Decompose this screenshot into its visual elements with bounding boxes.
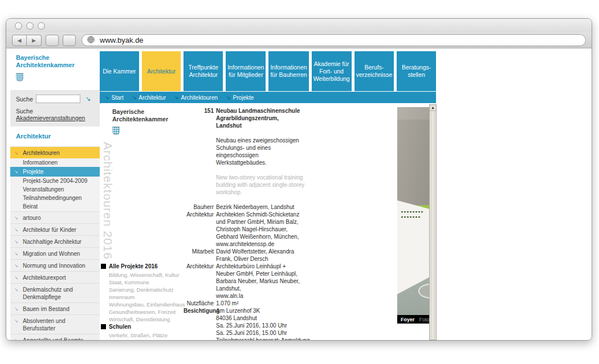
breadcrumb-label: Projekte <box>233 95 254 101</box>
window-minimize-icon[interactable] <box>26 22 34 30</box>
sidebar-item-angestellte[interactable]: ↘Angestellte und Beamte <box>10 334 101 340</box>
detail-label: Architektur <box>184 263 216 300</box>
project-details: 151 Neubau Landmaschinenschule Agrarbild… <box>184 107 305 340</box>
tab-informationen-bauherren[interactable]: Informationen für Bauherren <box>268 51 308 91</box>
sidebar-item-projekt-suche[interactable]: Projekt-Suche 2004-2009 <box>10 177 101 185</box>
search-input[interactable] <box>36 95 80 103</box>
detail-label: Architektur <box>184 211 216 248</box>
filter-wirtschaft[interactable]: Wirtschaft, Dienstleistung <box>101 316 186 323</box>
filter-label: Wohnungsbau, Einfamilienhaus <box>109 301 185 308</box>
project-photo <box>397 107 429 315</box>
sidebar-item-bauen-im-bestand[interactable]: ↘Bauen im Bestand <box>10 303 101 315</box>
filter-label: Verkehr, Straßen, Plätze <box>109 332 168 338</box>
arrow-icon: ↘ <box>14 274 18 281</box>
logo-line1: Bayerische <box>16 54 101 62</box>
sidebar-item-label: Teilnahmebedingungen <box>23 195 82 201</box>
tab-treffpunkte-architektur[interactable]: Treffpunkte Architektur <box>184 51 223 91</box>
tab-die-kammer[interactable]: Die Kammer <box>100 51 139 91</box>
arrow-icon: ↘ <box>14 337 18 340</box>
filter-wohnungsbau[interactable]: Wohnungsbau, Einfamilienhaus <box>101 301 186 308</box>
forward-button[interactable]: ▶ <box>27 35 42 46</box>
sidebar-item-teilnahmebedingungen[interactable]: Teilnahmebedingungen <box>10 194 101 202</box>
search-label: Suche <box>16 96 33 103</box>
filter-gesundheitswesen[interactable]: Gesundheitswesen, Freizeit <box>101 308 186 316</box>
search-panel: Suche ↘ Suche Akademieveranstaltungen <box>10 90 101 126</box>
tab-berufsverzeichnisse[interactable]: Berufs-verzeichnisse <box>354 51 394 91</box>
filter-bildung[interactable]: Bildung, Wissenschaft, Kultur <box>101 271 186 279</box>
detail-value: Architekten Schmidt-Schicketanz und Part… <box>216 211 299 240</box>
sidebar-item-architekturexport[interactable]: ↘Architekturexport <box>10 272 101 284</box>
toolbar-button-2[interactable] <box>63 35 76 46</box>
sidebar-item-informationen[interactable]: Informationen <box>10 158 101 167</box>
arrow-icon: ↘ <box>14 317 18 325</box>
site-logo[interactable]: Bayerische Architektenkammer <box>10 48 101 69</box>
detail-value: 1.070 m² <box>216 300 238 306</box>
filter-schulen[interactable]: Schulen <box>101 323 186 332</box>
filter-staat[interactable]: Staat, Kommune <box>101 279 186 286</box>
window-close-icon[interactable] <box>15 22 22 30</box>
arrow-icon: ↘ <box>14 305 18 313</box>
filter-label: Sanierung, Denkmalschutz <box>109 287 174 293</box>
detail-label: Besichtigung <box>184 307 216 340</box>
breadcrumb-label: Start <box>112 95 124 101</box>
sidebar-item-beirat[interactable]: Beirat <box>10 202 101 212</box>
sidebar-item-architektur-fuer-kinder[interactable]: ↘Architektur für Kinder <box>10 224 101 236</box>
forward-icon: ▶ <box>32 38 36 43</box>
sidebar-item-label: Bauen im Bestand <box>23 306 70 312</box>
arrow-icon: ↘ <box>132 95 137 100</box>
content-logo-line1: Bayerische <box>112 108 168 116</box>
akademie-search-link[interactable]: Akademieveranstaltungen <box>16 114 85 121</box>
title-bar <box>6 19 592 32</box>
tab-akademie[interactable]: Akademie für Fort- und Weiterbildung <box>312 51 352 91</box>
toolbar-button-1[interactable] <box>46 35 59 46</box>
filter-verkehr[interactable]: Verkehr, Straßen, Plätze <box>101 332 186 339</box>
window-zoom-icon[interactable] <box>38 22 45 30</box>
project-description-de: Neubau eines zweigeschossigen Schulungs-… <box>184 137 305 166</box>
filter-label: Innenraum <box>109 294 135 300</box>
back-button[interactable]: ◀ <box>12 35 27 46</box>
sidebar-item-nachhaltige-architektur[interactable]: ↘Nachhaltige Architektur <box>10 236 101 248</box>
sidebar-item-architektouren[interactable]: ↘Architektouren <box>10 147 101 158</box>
detail-row-architektur-2: Architektur Architekturbüro Leinhäupl + … <box>184 263 305 300</box>
website-link[interactable]: www.aln.la <box>216 292 305 300</box>
scroll-up-icon[interactable]: ▲ <box>430 105 436 111</box>
sidebar-item-denkmalschutz[interactable]: ↘Denkmalschutz und Denkmalpflege <box>10 284 101 303</box>
search-link-prefix: Suche <box>16 108 33 114</box>
tab-beratungsstellen[interactable]: Beratungs-stellen <box>397 51 436 91</box>
sidebar-item-normung-und-innovation[interactable]: ↘Normung und Innovation <box>10 260 101 272</box>
detail-row-mitarbeit: Mitarbeit David Wolfertstetter, Alexandr… <box>184 248 305 263</box>
breadcrumb-architektouren[interactable]: ↘Architektouren <box>174 95 218 101</box>
tab-architektur[interactable]: Architektur <box>142 51 181 91</box>
sidebar-item-label: Projekt-Suche 2004-2009 <box>23 178 87 184</box>
sidebar-item-label: Nachhaltige Architektur <box>23 239 82 245</box>
address-bar[interactable]: www.byak.de <box>82 34 586 46</box>
sidebar-item-absolventen[interactable]: ↘Absolventen und Berufsstarter <box>10 315 101 334</box>
globe-icon <box>87 35 95 46</box>
filter-label: Schulen <box>109 324 131 330</box>
breadcrumb-start[interactable]: ↘Start <box>105 95 124 101</box>
website-link[interactable]: www.architektenssp.de <box>216 240 305 248</box>
tab-informationen-mitglieder[interactable]: Informationen für Mitglieder <box>226 51 266 91</box>
detail-row-besichtigung: Besichtigung Am Lurzenhof 3K 84036 Lands… <box>184 307 305 340</box>
arrow-icon: ↘ <box>14 226 18 234</box>
search-submit-icon[interactable]: ↘ <box>85 95 91 103</box>
sidebar-item-projekte[interactable]: ↘Projekte <box>10 167 101 177</box>
scrollbar-thumb[interactable] <box>430 112 435 339</box>
arrow-icon: ↘ <box>14 262 18 269</box>
sidebar-item-veranstaltungen[interactable]: Veranstaltungen <box>10 185 101 194</box>
filter-label: Bildung, Wissenschaft, Kultur <box>109 272 180 278</box>
main-nav: Die Kammer Architektur Treffpunkte Archi… <box>100 51 436 91</box>
breadcrumb-projekte[interactable]: ↘Projekte <box>226 95 254 101</box>
filter-innenraum[interactable]: Innenraum <box>101 293 186 301</box>
content-scrollbar[interactable]: ▲ <box>429 104 437 340</box>
breadcrumb-architektur[interactable]: ↘Architektur <box>132 95 166 101</box>
sidebar-item-artouro[interactable]: ↘artouro <box>10 212 101 224</box>
filter-alle-projekte[interactable]: Alle Projekte 2016 <box>101 263 186 271</box>
browser-window: ◀ ▶ www.byak.de Bayerische Architektenka… <box>6 18 592 341</box>
sidebar-item-migration-und-wohnen[interactable]: ↘Migration und Wohnen <box>10 248 101 260</box>
section-title: Architektur <box>10 133 101 140</box>
sidebar-item-label: Veranstaltungen <box>23 186 64 193</box>
detail-label: Mitarbeit <box>184 248 216 263</box>
arrow-icon: ↘ <box>14 286 18 293</box>
filter-sanierung[interactable]: Sanierung, Denkmalschutz <box>101 286 186 293</box>
